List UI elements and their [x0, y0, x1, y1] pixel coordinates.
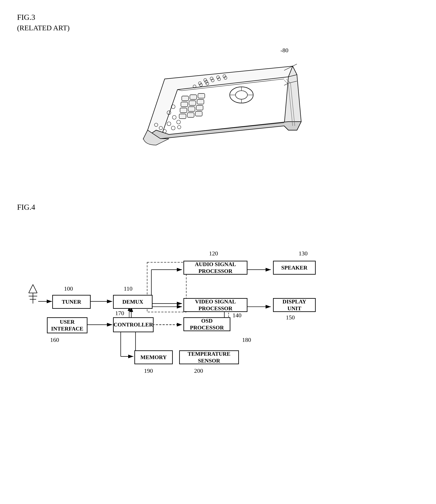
ref-110: 110 — [124, 285, 132, 292]
arrows-svg — [17, 220, 419, 412]
speaker-block: SPEAKER — [273, 261, 316, 275]
memory-block: MEMORY — [134, 350, 173, 364]
svg-rect-24 — [197, 100, 204, 104]
ref-150: 150 — [286, 314, 295, 321]
related-art-label: (RELATED ART) — [17, 24, 419, 32]
svg-rect-19 — [182, 96, 189, 101]
ref-200: 200 — [194, 367, 203, 374]
ref-100: 100 — [64, 285, 73, 292]
svg-rect-21 — [198, 93, 205, 98]
svg-line-49 — [33, 284, 37, 293]
ref-170: 170 — [115, 310, 124, 317]
svg-rect-20 — [190, 95, 197, 100]
ref-120: 120 — [209, 250, 218, 257]
svg-point-31 — [171, 105, 175, 109]
svg-rect-29 — [187, 113, 194, 117]
svg-rect-28 — [179, 114, 186, 119]
svg-point-37 — [177, 126, 181, 129]
controller-block: CONTROLLER — [113, 317, 154, 332]
svg-point-2 — [236, 91, 247, 99]
fig3-label: FIG.3 — [17, 13, 419, 22]
user-interface-block: USER INTERFACE — [47, 317, 87, 333]
svg-rect-27 — [196, 105, 203, 110]
svg-rect-23 — [189, 101, 196, 105]
osd-processor-block: OSD PROCESSOR — [183, 317, 230, 331]
display-unit-block: DISPLAY UNIT — [273, 298, 316, 312]
ref-190: 190 — [144, 367, 153, 374]
svg-point-33 — [172, 115, 176, 119]
remote-control-section: -80 — [17, 41, 419, 186]
ref-180: 180 — [242, 337, 251, 343]
audio-signal-processor-block: AUDIO SIGNAL PROCESSOR — [183, 261, 247, 275]
fig4-label: FIG.4 — [17, 203, 419, 212]
ref-160: 160 — [50, 337, 59, 343]
svg-rect-63 — [147, 262, 186, 312]
svg-point-35 — [167, 122, 171, 126]
tuner-block: TUNER — [52, 295, 91, 309]
ref-80: -80 — [281, 47, 288, 54]
remote-control-diagram: -80 — [122, 41, 314, 177]
ref-140: 140 — [233, 312, 241, 319]
svg-rect-22 — [181, 102, 188, 107]
svg-rect-26 — [188, 107, 195, 111]
svg-rect-25 — [180, 108, 187, 113]
svg-point-36 — [171, 126, 175, 130]
remote-svg — [122, 41, 314, 177]
svg-rect-30 — [195, 111, 202, 116]
block-diagram: TUNER DEMUX AUDIO SIGNAL PROCESSOR VIDEO… — [17, 220, 419, 412]
ref-130: 130 — [299, 250, 308, 257]
svg-point-40 — [163, 129, 166, 133]
svg-point-34 — [177, 120, 181, 124]
temperature-sensor-block: TEMPERATURE SENSOR — [179, 350, 239, 364]
demux-block: DEMUX — [113, 295, 153, 309]
svg-line-48 — [29, 284, 33, 293]
video-signal-processor-block: VIDEO SIGNAL PROCESSOR — [183, 298, 247, 312]
